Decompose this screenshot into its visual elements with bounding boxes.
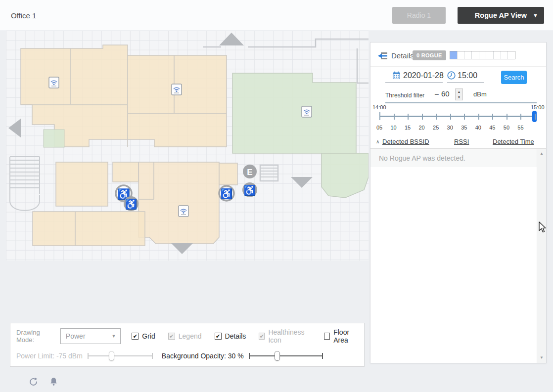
progress-segment: [472, 51, 479, 59]
timeline-tick: [478, 114, 479, 120]
down-arrow-icon: [291, 177, 313, 188]
progress-segment: [501, 51, 508, 59]
progress-segment: [464, 51, 472, 59]
timeline-tick-label: 10: [390, 125, 396, 131]
background-opacity-label: Background Opacity: 30 %: [162, 352, 244, 360]
timeline-tick-label: 25: [433, 125, 439, 131]
checkbox-grid[interactable]: ✔Grid: [132, 332, 155, 340]
progress-segment: [508, 51, 515, 59]
timeline-slider[interactable]: 0510152025303540455055: [379, 110, 535, 133]
radio-button[interactable]: Radio 1: [392, 7, 446, 24]
progress-segment: [450, 51, 458, 59]
timeline-tick: [394, 114, 395, 120]
checkbox-box[interactable]: ✔: [132, 333, 138, 340]
details-panel: Details 0 ROGUE 2020-01-28 15:00 Search …: [370, 42, 547, 363]
checkbox-box[interactable]: [324, 333, 330, 340]
divider: [370, 66, 546, 67]
scroll-down-icon[interactable]: ▼: [537, 355, 546, 360]
view-dropdown-label: Rogue AP View: [475, 11, 527, 19]
checkbox-label: Healthiness Icon: [268, 328, 311, 344]
timeline-tick-label: 45: [489, 125, 495, 131]
progress-segment: [458, 51, 465, 59]
sort-caret-icon: ∧: [376, 139, 379, 144]
stepper-up-icon[interactable]: ▲: [456, 89, 462, 94]
floor-map-canvas[interactable]: ♿ ♿ ♿ ♿ E: [6, 31, 369, 261]
drawing-mode-label: Drawing Mode:: [16, 329, 57, 344]
power-limit-slider[interactable]: [88, 350, 153, 361]
timeline-tick: [422, 114, 423, 120]
column-rssi[interactable]: RSSI: [454, 138, 469, 145]
down-arrow-icon-2: [171, 243, 193, 254]
threshold-value-input[interactable]: 60: [441, 89, 450, 98]
chevron-down-icon: ▼: [533, 12, 538, 18]
power-limit-label: Power Limit: -75 dBm: [16, 352, 83, 360]
notifications-button[interactable]: [49, 377, 58, 388]
column-detected-bssid[interactable]: Detected BSSID: [382, 138, 429, 145]
wifi-ap-icon-2[interactable]: [172, 84, 182, 95]
slider-tick: [249, 353, 250, 359]
checkbox-floor-area[interactable]: Floor Area: [324, 328, 360, 344]
view-dropdown-button[interactable]: Rogue AP View ▼: [458, 7, 544, 24]
checkbox-label: Grid: [142, 332, 155, 340]
checkbox-label: Details: [225, 332, 246, 340]
scrollbar[interactable]: ▲ ▼: [537, 149, 546, 363]
checkbox-label: Floor Area: [333, 328, 360, 344]
drawing-controls-panel: Drawing Mode: Power ▼ ✔Grid✔Legend✔Detai…: [10, 323, 365, 367]
timeline-tick-label: 50: [504, 125, 509, 131]
power-limit-handle[interactable]: [109, 351, 114, 361]
progress-segment: [486, 51, 494, 59]
timeline-tick: [450, 114, 451, 120]
column-detected-time[interactable]: Detected Time: [493, 138, 534, 145]
slider-track: [249, 355, 323, 356]
date-input[interactable]: 2020-01-28: [403, 71, 444, 80]
stairs-left: [10, 157, 40, 211]
progress-segment: [479, 51, 487, 59]
threshold-stepper[interactable]: ▲ ▼: [455, 88, 463, 100]
time-underline: [447, 82, 484, 83]
svg-text:♿: ♿: [221, 188, 233, 200]
slider-track: [88, 355, 153, 356]
details-title: Details: [391, 51, 414, 60]
timeline-tick: [379, 112, 380, 120]
stepper-down-icon[interactable]: ▼: [456, 94, 462, 100]
refresh-button[interactable]: [29, 377, 38, 388]
timeline-tick-label: 30: [447, 125, 453, 131]
wheelchair-icon-filled: ♿: [124, 196, 138, 211]
svg-text:E: E: [247, 168, 252, 177]
checkbox-box[interactable]: ✔: [215, 333, 222, 340]
wifi-ap-icon-4[interactable]: [179, 206, 188, 217]
checkbox-label: Legend: [179, 332, 202, 340]
wheelchair-icon-filled-2: ♿: [242, 182, 257, 197]
stairs-right: [260, 165, 278, 181]
timeline-tick-label: 35: [461, 125, 467, 131]
calendar-icon: [392, 71, 401, 82]
refresh-icon: [29, 381, 38, 388]
time-input[interactable]: 15:00: [458, 71, 477, 80]
threshold-dash: –: [435, 90, 439, 98]
checkbox-details[interactable]: ✔Details: [215, 332, 246, 340]
search-button[interactable]: Search: [501, 71, 527, 84]
elevator-icon: E: [243, 165, 257, 178]
checkbox-healthiness-icon: ✔Healthiness Icon: [259, 328, 311, 344]
rogue-table-header: ∧ Detected BSSID RSSI Detected Time: [370, 136, 546, 149]
select-caret-icon: ▼: [111, 334, 116, 339]
timeline-tick-label: 05: [376, 125, 382, 131]
background-opacity-handle[interactable]: [275, 351, 280, 361]
wifi-ap-icon-1[interactable]: [49, 77, 59, 88]
timeline-tick: [408, 114, 409, 120]
clock-icon: [447, 71, 456, 82]
scroll-up-icon[interactable]: ▲: [537, 151, 546, 156]
checkbox-box: ✔: [168, 333, 175, 340]
threshold-underline: [385, 102, 537, 103]
timeline-tick: [436, 114, 437, 120]
timeline-tick: [492, 114, 493, 120]
collapse-panel-icon[interactable]: [377, 52, 388, 62]
timeline-tick-label: 15: [405, 125, 411, 131]
progress-segment: [494, 51, 501, 59]
svg-text:♿: ♿: [244, 184, 256, 196]
rogue-count-badge: 0 ROGUE: [413, 50, 446, 60]
wheelchair-icon-2: ♿: [219, 186, 234, 201]
wifi-ap-icon-3[interactable]: [302, 106, 312, 117]
background-opacity-slider[interactable]: [249, 350, 323, 361]
drawing-mode-select[interactable]: Power ▼: [60, 328, 121, 344]
